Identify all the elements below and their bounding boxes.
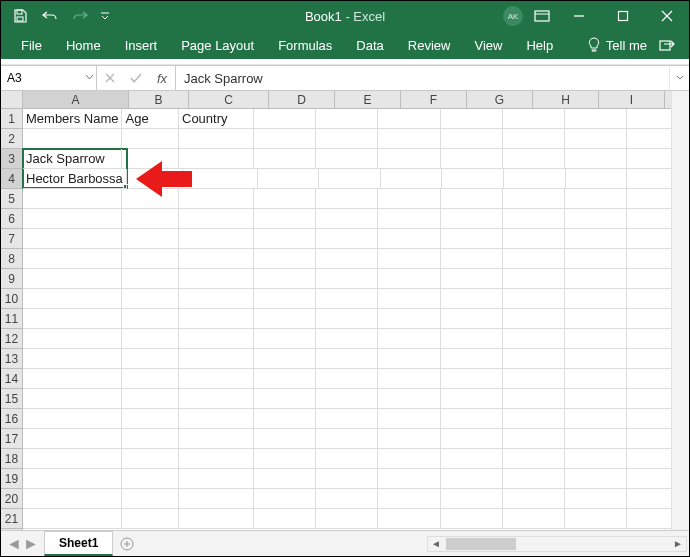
cell-C9[interactable]: [179, 269, 254, 289]
cell-A14[interactable]: [23, 369, 122, 389]
cell-B1[interactable]: Age: [122, 109, 179, 129]
fx-icon[interactable]: fx: [149, 66, 175, 90]
cell-A2[interactable]: [23, 129, 122, 149]
cell-G12[interactable]: [441, 329, 503, 349]
cell-I17[interactable]: [565, 429, 627, 449]
tab-page-layout[interactable]: Page Layout: [169, 31, 266, 59]
tab-nav-prev-icon[interactable]: ◄: [7, 535, 21, 553]
cell-D21[interactable]: [254, 509, 316, 529]
cell-G18[interactable]: [441, 449, 503, 469]
cell-B14[interactable]: [122, 369, 179, 389]
cell-G20[interactable]: [441, 489, 503, 509]
cell-C10[interactable]: [179, 289, 254, 309]
cell-D10[interactable]: [254, 289, 316, 309]
cell-G15[interactable]: [441, 389, 503, 409]
cell-G8[interactable]: [441, 249, 503, 269]
tab-data[interactable]: Data: [344, 31, 395, 59]
formula-input[interactable]: Jack Sparrow: [176, 66, 669, 90]
cell-E16[interactable]: [316, 409, 378, 429]
cell-I10[interactable]: [565, 289, 627, 309]
cell-G10[interactable]: [441, 289, 503, 309]
cell-A13[interactable]: [23, 349, 122, 369]
cell-B9[interactable]: [122, 269, 179, 289]
cell-G14[interactable]: [441, 369, 503, 389]
cell-C18[interactable]: [179, 449, 254, 469]
cell-G6[interactable]: [441, 209, 503, 229]
minimize-button[interactable]: [557, 2, 601, 30]
cell-H18[interactable]: [503, 449, 565, 469]
cell-A16[interactable]: [23, 409, 122, 429]
cell-E12[interactable]: [316, 329, 378, 349]
row-header-17[interactable]: 17: [1, 429, 22, 449]
cell-F12[interactable]: [378, 329, 440, 349]
cell-C14[interactable]: [179, 369, 254, 389]
cell-I7[interactable]: [565, 229, 627, 249]
cell-I18[interactable]: [565, 449, 627, 469]
cell-C19[interactable]: [179, 469, 254, 489]
row-header-8[interactable]: 8: [1, 249, 22, 269]
cell-H9[interactable]: [503, 269, 565, 289]
cell-E10[interactable]: [316, 289, 378, 309]
cell-B8[interactable]: [122, 249, 179, 269]
row-header-4[interactable]: 4: [1, 169, 22, 189]
enter-icon[interactable]: [123, 66, 149, 90]
cell-C7[interactable]: [179, 229, 254, 249]
cell-A8[interactable]: [23, 249, 122, 269]
cell-B6[interactable]: [122, 209, 179, 229]
cell-I15[interactable]: [565, 389, 627, 409]
cell-E2[interactable]: [316, 129, 378, 149]
redo-icon[interactable]: [67, 3, 93, 29]
cell-E8[interactable]: [316, 249, 378, 269]
row-header-2[interactable]: 2: [1, 129, 22, 149]
cell-C2[interactable]: [179, 129, 254, 149]
cell-H19[interactable]: [503, 469, 565, 489]
cell-A21[interactable]: [23, 509, 122, 529]
cell-A4[interactable]: Hector Barbossa: [23, 169, 127, 189]
cell-C20[interactable]: [179, 489, 254, 509]
cell-B13[interactable]: [122, 349, 179, 369]
col-header-g[interactable]: G: [467, 91, 533, 108]
cell-B4[interactable]: [127, 169, 183, 189]
cell-E3[interactable]: [316, 149, 378, 169]
cell-G13[interactable]: [441, 349, 503, 369]
cell-E1[interactable]: [316, 109, 378, 129]
cell-F8[interactable]: [378, 249, 440, 269]
cell-F13[interactable]: [378, 349, 440, 369]
cell-A11[interactable]: [23, 309, 122, 329]
cell-A1[interactable]: Members Name: [23, 109, 122, 129]
cell-G17[interactable]: [441, 429, 503, 449]
row-header-6[interactable]: 6: [1, 209, 22, 229]
cell-G2[interactable]: [441, 129, 503, 149]
cell-B3[interactable]: [122, 149, 179, 169]
cell-H16[interactable]: [503, 409, 565, 429]
cell-C6[interactable]: [179, 209, 254, 229]
name-box[interactable]: A3: [1, 66, 97, 90]
cell-B2[interactable]: [122, 129, 179, 149]
cell-A19[interactable]: [23, 469, 122, 489]
cell-E21[interactable]: [316, 509, 378, 529]
cell-D20[interactable]: [254, 489, 316, 509]
cell-F4[interactable]: [381, 169, 443, 189]
cell-E20[interactable]: [316, 489, 378, 509]
horizontal-scrollbar[interactable]: ◄ ►: [427, 536, 687, 552]
hscroll-thumb[interactable]: [446, 538, 516, 550]
tab-home[interactable]: Home: [54, 31, 113, 59]
col-header-h[interactable]: H: [533, 91, 599, 108]
cell-C5[interactable]: [179, 189, 254, 209]
cell-E9[interactable]: [316, 269, 378, 289]
cell-C4[interactable]: [183, 169, 258, 189]
cell-F3[interactable]: [378, 149, 440, 169]
cell-E13[interactable]: [316, 349, 378, 369]
cell-H4[interactable]: [504, 169, 566, 189]
cell-C16[interactable]: [179, 409, 254, 429]
cell-D6[interactable]: [254, 209, 316, 229]
cell-G21[interactable]: [441, 509, 503, 529]
cell-H15[interactable]: [503, 389, 565, 409]
cell-E5[interactable]: [316, 189, 378, 209]
cell-C3[interactable]: [179, 149, 254, 169]
cell-D17[interactable]: [254, 429, 316, 449]
formula-bar-expand-icon[interactable]: [669, 66, 689, 90]
cell-A20[interactable]: [23, 489, 122, 509]
row-header-12[interactable]: 12: [1, 329, 22, 349]
col-header-a[interactable]: A: [23, 91, 129, 108]
